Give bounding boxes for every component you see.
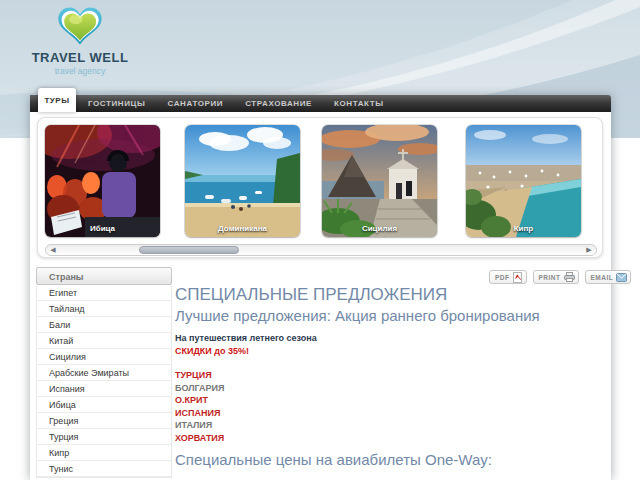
heart-logo-icon: [57, 6, 103, 48]
countries-sidebar: Страны Египет Тайланд Бали Китай Сицилия…: [36, 267, 172, 478]
page-title: СПЕЦИАЛЬНЫЕ ПРЕДЛОЖЕНИЯ: [175, 285, 607, 305]
page-subtitle: Лучшие предложения: Акция раннего бронир…: [175, 307, 607, 324]
carousel-slide-cyprus[interactable]: Кипр: [466, 125, 581, 237]
logo-title: TRAVEL WELL: [28, 50, 132, 65]
scroll-left-arrow-icon[interactable]: ◀: [48, 245, 58, 255]
sidebar-item-china[interactable]: Китай: [37, 333, 171, 349]
sidebar-item-sicily[interactable]: Сицилия: [37, 349, 171, 365]
cyprus-coast-image: [466, 125, 581, 237]
main-navigation: ТУРЫ ГОСТИНИЦЫ САНАТОРИИ СТРАХОВАНИЕ КОН…: [30, 95, 611, 112]
email-button[interactable]: EMAIL: [585, 270, 632, 284]
country-list: Египет Тайланд Бали Китай Сицилия Арабск…: [36, 285, 172, 478]
print-icon: [564, 272, 575, 282]
destination-spain[interactable]: ИСПАНИЯ: [175, 407, 607, 420]
slide-label: Сицилия: [322, 224, 437, 233]
promo-line: На путешествия летнего сезона: [175, 333, 607, 343]
ibiza-club-image: [45, 125, 160, 237]
sidebar-item-thailand[interactable]: Тайланд: [37, 301, 171, 317]
carousel-scrollbar[interactable]: ◀ ▶: [45, 244, 597, 256]
share-toolbar: PDF PRINT EMAIL: [489, 270, 631, 284]
sidebar-item-uae[interactable]: Арабские Эмираты: [37, 365, 171, 381]
main-content: СПЕЦИАЛЬНЫЕ ПРЕДЛОЖЕНИЯ Лучшие предложен…: [175, 285, 607, 480]
sidebar-header: Страны: [36, 267, 172, 285]
sidebar-item-tunisia[interactable]: Тунис: [37, 461, 171, 477]
destination-list: ТУРЦИЯ БОЛГАРИЯ О.КРИТ ИСПАНИЯ ИТАЛИЯ ХО…: [175, 369, 607, 444]
sidebar-item-ibiza[interactable]: Ибица: [37, 397, 171, 413]
tab-contacts[interactable]: КОНТАКТЫ: [334, 99, 384, 108]
slide-label: Ибица: [45, 224, 160, 233]
destination-italy[interactable]: ИТАЛИЯ: [175, 419, 607, 432]
slide-label: Кипр: [466, 224, 581, 233]
dominicana-beach-image: [185, 125, 300, 237]
tab-tours[interactable]: ТУРЫ: [38, 88, 76, 112]
tab-sanatoriums[interactable]: САНАТОРИИ: [167, 99, 223, 108]
carousel-slide-dominicana[interactable]: Доминикана: [185, 125, 300, 237]
print-button[interactable]: PRINT: [533, 270, 579, 284]
destinations-carousel: Ибица Доми: [37, 117, 603, 258]
sidebar-item-cyprus[interactable]: Кипр: [37, 445, 171, 461]
sidebar-item-egypt[interactable]: Египет: [37, 285, 171, 301]
carousel-slide-ibiza[interactable]: Ибица: [45, 125, 160, 237]
sidebar-item-turkey[interactable]: Турция: [37, 429, 171, 445]
tab-insurance[interactable]: СТРАХОВАНИЕ: [245, 99, 312, 108]
pdf-button[interactable]: PDF: [489, 270, 527, 284]
destination-croatia[interactable]: ХОРВАТИЯ: [175, 432, 607, 445]
destination-turkey[interactable]: ТУРЦИЯ: [175, 369, 607, 382]
tab-hotels[interactable]: ГОСТИНИЦЫ: [88, 99, 145, 108]
destination-crete[interactable]: О.КРИТ: [175, 394, 607, 407]
email-icon: [616, 273, 627, 282]
logo-subtitle: travel agency: [28, 66, 132, 76]
sicily-coast-image: [322, 125, 437, 237]
carousel-slide-sicily[interactable]: Сицилия: [322, 125, 437, 237]
oneway-title: Специальные цены на авиабилеты One-Way:: [175, 451, 607, 468]
scrollbar-thumb[interactable]: [139, 246, 239, 254]
pdf-button-label: PDF: [495, 274, 510, 281]
destination-bulgaria[interactable]: БОЛГАРИЯ: [175, 382, 607, 395]
sidebar-item-bali[interactable]: Бали: [37, 317, 171, 333]
logo[interactable]: TRAVEL WELL travel agency: [28, 6, 132, 76]
print-button-label: PRINT: [539, 274, 561, 281]
sidebar-item-greece[interactable]: Греция: [37, 413, 171, 429]
pdf-icon: [513, 272, 523, 283]
email-button-label: EMAIL: [591, 274, 614, 281]
sidebar-item-spain[interactable]: Испания: [37, 381, 171, 397]
scroll-right-arrow-icon[interactable]: ▶: [584, 245, 594, 255]
slide-label: Доминикана: [185, 224, 300, 233]
discount-line: СКИДКИ до 35%!: [175, 346, 607, 356]
